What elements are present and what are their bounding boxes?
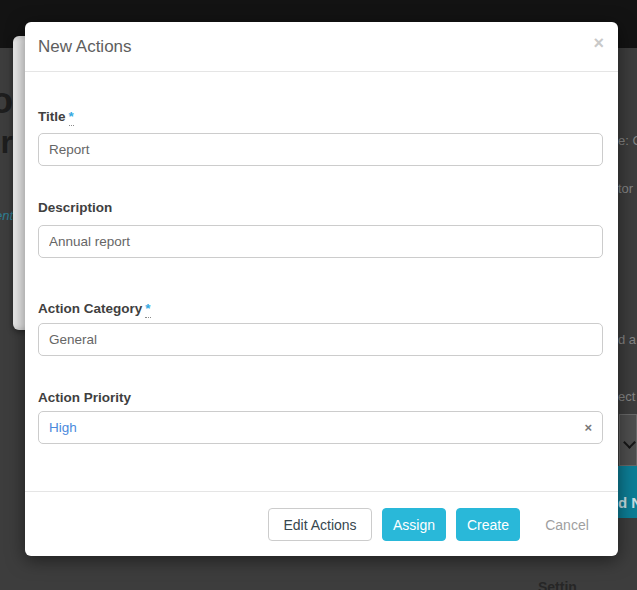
action-category-input[interactable] bbox=[38, 323, 603, 356]
action-priority-select[interactable]: High × bbox=[38, 411, 603, 444]
background-text-fragment-4: ect bbox=[618, 389, 637, 405]
assign-button[interactable]: Assign bbox=[382, 508, 446, 541]
action-priority-label-text: Action Priority bbox=[38, 390, 131, 405]
background-text-fragment-3: d a bbox=[618, 332, 637, 348]
background-link-fragment: ent bbox=[0, 208, 13, 224]
modal-footer: Edit Actions Assign Create Cancel bbox=[25, 491, 618, 556]
cancel-button[interactable]: Cancel bbox=[527, 508, 607, 541]
action-category-label-text: Action Category bbox=[38, 301, 142, 316]
background-text-fragment-1: e: C bbox=[618, 133, 637, 149]
clear-selection-icon[interactable]: × bbox=[584, 421, 592, 434]
title-input[interactable] bbox=[38, 133, 603, 166]
background-heading-text-2: er bbox=[0, 124, 13, 162]
new-actions-modal: New Actions × Title* Description Action … bbox=[25, 22, 618, 556]
action-priority-label: Action Priority bbox=[38, 390, 131, 405]
required-asterisk: * bbox=[69, 109, 74, 126]
background-text-fragment-2: tor bbox=[618, 181, 637, 197]
description-input[interactable] bbox=[38, 225, 603, 258]
description-label: Description bbox=[38, 200, 112, 215]
close-icon[interactable]: × bbox=[593, 34, 604, 52]
required-asterisk: * bbox=[145, 301, 150, 318]
background-heading-text-1: o bbox=[0, 80, 13, 122]
background-heading-fragment-1: o bbox=[0, 80, 13, 122]
background-bottom-text: Settin bbox=[538, 579, 577, 590]
description-label-text: Description bbox=[38, 200, 112, 215]
action-category-label: Action Category* bbox=[38, 301, 151, 316]
edit-actions-button[interactable]: Edit Actions bbox=[268, 508, 372, 541]
modal-title: New Actions bbox=[38, 22, 132, 72]
create-button[interactable]: Create bbox=[456, 508, 520, 541]
background-teal-button-text: d N bbox=[618, 494, 637, 511]
action-priority-value: High bbox=[49, 420, 584, 435]
title-label: Title* bbox=[38, 109, 74, 124]
background-heading-fragment-2: er bbox=[0, 124, 13, 162]
title-label-text: Title bbox=[38, 109, 66, 124]
background-link-text: ent bbox=[0, 208, 13, 224]
modal-header: New Actions × bbox=[25, 22, 618, 72]
